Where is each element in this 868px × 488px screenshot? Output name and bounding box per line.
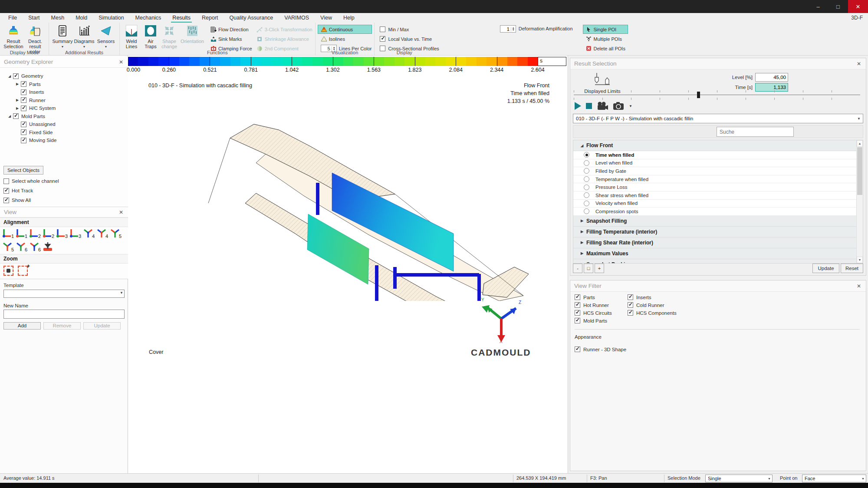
result-radio-0-7[interactable] [584,208,589,214]
menu-item-results[interactable]: Results [167,14,196,22]
sink-marks-button[interactable]: Sink Marks [210,35,252,43]
zoom-window-button[interactable]: + [18,266,28,276]
view-filter-close-icon[interactable]: ✕ [856,283,862,289]
filter-inserts[interactable]: Inserts [628,294,651,300]
menu-item-mesh[interactable]: Mesh [46,14,70,22]
stop-button[interactable] [586,103,592,109]
orientation-button[interactable]: Orientation [180,23,205,44]
tree-expanded-icon[interactable]: ◢ [7,114,12,118]
align-view-button-6-10[interactable]: 6 [15,241,29,253]
remove-button[interactable]: Remove [43,322,81,330]
filter-hot-runner-checkbox[interactable] [575,302,580,308]
tree-item-moving-side[interactable]: Moving Side [3,136,128,145]
menu-item-file[interactable]: File [3,14,23,22]
tree-checkbox-3[interactable] [21,97,26,103]
tree-item-geometry[interactable]: ◢Geometry [3,72,128,80]
geometry-explorer-close-icon[interactable]: ✕ [118,59,124,65]
tree-checkbox-1[interactable] [21,81,26,87]
result-group-snapshot-filling[interactable]: ▶Snapshot Filling [573,216,856,227]
result-radio-0-6[interactable] [584,201,589,206]
result-radio-0-0[interactable] [584,152,589,158]
template-select[interactable] [3,290,125,298]
menu-item-start[interactable]: Start [23,14,45,22]
result-item-velocity-when-filled[interactable]: Velocity when filled [573,200,856,208]
zoom-in-button[interactable]: + [595,264,604,273]
deformation-spinner[interactable]: 1 ▲▼ [500,25,516,33]
align-view-button-5-9[interactable]: 5 [2,241,15,253]
dataset-dropdown[interactable]: 010 - 3D-F (- F P W -) - Simulation with… [573,114,863,123]
align-view-button-2-3[interactable]: 2 [42,228,56,240]
menu-item-varimos[interactable]: VARIMOS [279,14,315,22]
summary-button[interactable]: Summary ▼ [52,23,73,49]
time-slider[interactable] [574,89,860,101]
geometry-option-checkbox-1[interactable] [3,188,9,194]
level-input[interactable] [755,73,788,82]
filter-parts-checkbox[interactable] [575,294,580,300]
geometry-option-checkbox-0[interactable] [3,178,9,184]
sensors-button[interactable]: Sensors ▼ [95,23,117,49]
air-traps-button[interactable]: Air Traps [142,23,159,49]
tree-checkbox-8[interactable] [21,138,26,143]
isolines-button[interactable]: Isolines [318,35,372,43]
geometry-option-1[interactable]: Hot Track [3,188,59,194]
result-radio-0-3[interactable] [584,176,589,182]
search-input[interactable] [717,127,794,137]
filter-parts[interactable]: Parts [575,294,595,300]
scroll-thumb[interactable] [857,147,862,195]
align-view-button-6-11[interactable]: 6 [29,241,42,253]
result-item-temperature-when-filled[interactable]: Temperature when filled [573,175,856,184]
menu-item-mechanics[interactable]: Mechanics [130,14,167,22]
filter-hot-runner[interactable]: Hot Runner [575,302,609,308]
result-group-maximum-values[interactable]: ▶Maximum Values [573,248,856,259]
menu-item-view[interactable]: View [315,14,338,22]
zoom-fit-button[interactable] [3,266,13,276]
slider-thumb[interactable] [697,92,700,98]
tree-checkbox-2[interactable] [21,89,26,95]
align-view-button-4-6[interactable]: 4 [82,228,96,240]
fit-button[interactable]: □ [584,264,593,273]
tree-checkbox-7[interactable] [21,129,26,135]
geometry-option-0[interactable]: Select whole channel [3,178,59,184]
align-view-button-4-7[interactable]: 4 [96,228,109,240]
filter-inserts-checkbox[interactable] [628,294,633,300]
tree-item-parts[interactable]: ▶Parts [3,80,128,89]
tree-checkbox-5[interactable] [13,113,19,119]
view-panel-close-icon[interactable]: ✕ [118,209,124,215]
reset-button[interactable]: Reset [841,264,863,273]
appearance-checkbox-0[interactable] [575,346,580,352]
menu-item-help[interactable]: Help [338,14,360,22]
tree-collapsed-icon[interactable]: ▶ [15,106,20,110]
result-item-compression-spots[interactable]: Compression spots [573,208,856,216]
tree-item-inserts[interactable]: Inserts [3,88,128,96]
update-template-button[interactable]: Update [83,322,121,330]
tree-checkbox-0[interactable] [13,73,19,79]
align-view-button-5-8[interactable]: 5 [109,228,123,240]
zoom-out-button[interactable]: - [573,264,582,273]
menu-item-simulation[interactable]: Simulation [93,14,129,22]
shrinkage-allowance-button[interactable]: Shrinkage Allowance [256,35,312,43]
result-item-shear-stress-when-filled[interactable]: Shear stress when filled [573,191,856,200]
result-item-filled-by-gate[interactable]: Filled by Gate [573,167,856,175]
display-checkbox-0[interactable] [380,26,385,32]
tree-item-unassigned[interactable]: Unassigned [3,120,128,129]
appearance-runner-3d-shape[interactable]: Runner - 3D Shape [575,346,626,352]
close-button[interactable]: ✕ [848,0,868,13]
result-group-flow-front[interactable]: ◢Flow Front [573,140,856,151]
geometry-option-2[interactable]: Show All [3,197,59,203]
snapshot-camera-button[interactable] [613,102,624,110]
play-button[interactable] [575,102,581,110]
filter-mold-parts-checkbox[interactable] [575,318,580,323]
maximize-button[interactable]: □ [828,0,848,13]
result-radio-0-2[interactable] [584,168,589,174]
result-item-time-when-filled[interactable]: Time when filled [573,151,856,159]
deformation-spin-arrows[interactable]: ▲▼ [511,27,516,31]
single-poi-button[interactable]: Single POI [583,25,628,33]
template-dropdown[interactable]: ▼ [3,289,125,298]
tree-checkbox-4[interactable] [21,106,26,111]
tree-item-fixed-side[interactable]: Fixed Side [3,129,128,137]
result-group-filling-temperature-interior-[interactable]: ▶Filling Temperature (interior) [573,227,856,237]
continuous-button[interactable]: Continuous [318,25,372,33]
result-group-filling-shear-rate-interior-[interactable]: ▶Filling Shear Rate (interior) [573,237,856,248]
geometry-option-checkbox-2[interactable] [3,198,9,203]
result-list-scrollbar[interactable]: ▲ ▼ [856,140,863,263]
